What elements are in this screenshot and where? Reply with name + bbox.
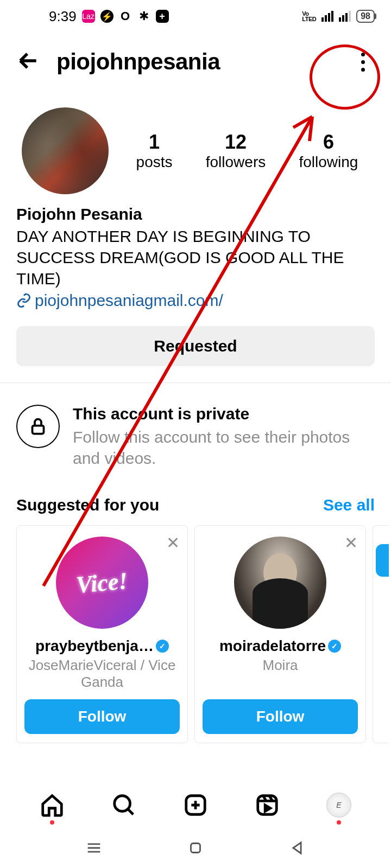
notification-dot-icon [50,820,54,825]
notification-dot-icon [337,820,341,825]
suggested-username[interactable]: praybeytbenja… [35,637,154,655]
bio-link-text: piojohnpesaniagmail.com/ [35,291,223,310]
system-nav [0,830,391,868]
svg-rect-1 [33,426,44,434]
profile-bio: Piojohn Pesania DAY ANOTHER DAY IS BEGIN… [0,200,391,315]
suggested-subtitle: JoseMarieViceral / Vice Ganda [24,657,180,692]
profile-avatar[interactable] [22,107,109,194]
see-all-link[interactable]: See all [323,496,375,514]
suggested-avatar[interactable] [234,537,326,629]
svg-point-2 [115,796,130,812]
suggested-username[interactable]: moiradelatorre [219,637,326,655]
status-right: Vo LTED 98 [297,8,375,25]
posts-count: 1 [136,131,173,154]
lock-icon [16,405,60,448]
suggested-card: ✕ moiradelatorre ✓ Moira Follow [194,525,366,743]
status-bar: 9:39 Laz ⚡ O + Vo LTED 98 [0,0,391,33]
nav-create-button[interactable] [181,791,210,819]
stats-container: 1 posts 12 followers 6 following [119,131,375,171]
stat-followers[interactable]: 12 followers [206,131,266,171]
signal-icon-1 [321,11,333,22]
nav-profile-button[interactable]: E [325,791,353,819]
display-name: Piojohn Pesania [16,205,375,224]
opera-icon: O [119,10,132,23]
follow-button[interactable]: Follow [24,699,180,734]
suggested-subtitle: Moira [203,657,358,692]
close-icon[interactable]: ✕ [344,533,358,552]
bio-text: DAY ANOTHER DAY IS BEGINNING TO SUCCESS … [16,226,375,289]
status-time: 9:39 [49,8,77,25]
verified-badge-icon: ✓ [156,640,169,653]
suggested-card-partial [373,525,389,743]
status-left: 9:39 Laz ⚡ O + [49,8,169,25]
profile-stats-row: 1 posts 12 followers 6 following [0,86,391,200]
signal-icon-2 [339,11,351,22]
recent-apps-button[interactable] [85,839,103,859]
app-icon-lazada: Laz [82,10,95,23]
following-count: 6 [299,131,358,154]
messenger-icon: ⚡ [100,10,113,23]
nav-search-button[interactable] [110,791,138,819]
nav-avatar-icon: E [326,793,351,818]
posts-label: posts [136,154,173,171]
svg-rect-5 [191,844,200,853]
follow-button[interactable] [376,544,389,577]
bottom-nav: E [0,780,391,830]
bio-link[interactable]: piojohnpesaniagmail.com/ [16,291,375,310]
profile-username: piojohnpesania [40,49,351,75]
suggested-title: Suggested for you [16,496,159,514]
verified-badge-icon: ✓ [328,640,341,653]
plus-app-icon: + [156,10,169,23]
following-label: following [299,154,358,171]
link-icon [16,293,31,308]
private-title: This account is private [73,405,375,423]
nav-reels-button[interactable] [253,791,281,819]
swirl-icon [137,10,150,23]
back-button[interactable] [16,49,40,75]
private-notice: This account is private Follow this acco… [0,383,391,485]
avatar-text: Vice! [75,566,129,598]
private-subtitle: Follow this account to see their photos … [73,426,375,469]
more-options-button[interactable] [351,53,375,72]
suggested-header: Suggested for you See all [0,485,391,525]
profile-header: piojohnpesania [0,33,391,86]
requested-button[interactable]: Requested [16,326,375,366]
followers-label: followers [206,154,266,171]
volte-icon: Vo LTED [302,11,316,22]
battery-indicator: 98 [356,10,375,23]
close-icon[interactable]: ✕ [166,533,180,552]
nav-home-button[interactable] [38,791,66,819]
stat-posts[interactable]: 1 posts [136,131,173,171]
stat-following[interactable]: 6 following [299,131,358,171]
suggested-card: ✕ Vice! praybeytbenja… ✓ JoseMarieVicera… [16,525,188,743]
suggested-avatar[interactable]: Vice! [56,537,148,629]
back-system-button[interactable] [288,839,306,859]
suggested-list[interactable]: ✕ Vice! praybeytbenja… ✓ JoseMarieVicera… [0,525,391,743]
followers-count: 12 [206,131,266,154]
home-button[interactable] [186,839,205,859]
follow-button[interactable]: Follow [203,699,358,734]
